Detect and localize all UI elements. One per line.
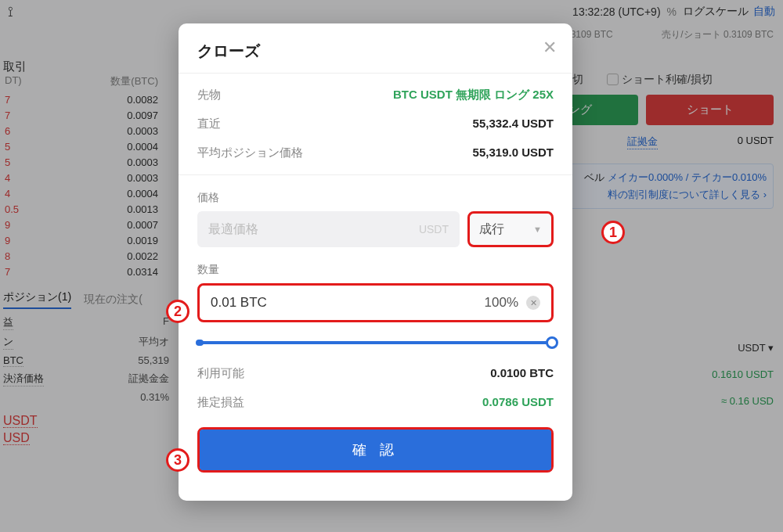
- recent-label: 直近: [197, 117, 221, 131]
- slider-handle[interactable]: [546, 336, 558, 349]
- price-placeholder: 最適価格: [208, 221, 258, 238]
- est-pnl-value: 0.0786 USDT: [482, 395, 554, 408]
- annotation-1: 1: [601, 221, 625, 244]
- available-value: 0.0100 BTC: [490, 366, 554, 379]
- close-icon[interactable]: ✕: [543, 38, 557, 58]
- est-pnl-label: 推定損益: [197, 395, 244, 410]
- avg-price-label: 平均ポジション価格: [197, 146, 303, 160]
- order-type-value: 成行: [479, 221, 504, 238]
- order-type-select[interactable]: 成行 ▼: [467, 211, 554, 247]
- quantity-input[interactable]: 0.01 BTC 100% ✕: [197, 283, 554, 322]
- available-label: 利用可能: [197, 366, 244, 381]
- annotation-2: 2: [166, 300, 189, 323]
- futures-value: BTC USDT 無期限 ロング 25X: [393, 88, 554, 102]
- price-input[interactable]: 最適価格 USDT: [197, 211, 460, 247]
- avg-price-value: 55,319.0 USDT: [473, 146, 554, 159]
- confirm-button[interactable]: 確 認: [200, 430, 551, 470]
- close-position-modal: クローズ ✕ 先物 BTC USDT 無期限 ロング 25X 直近 55,332…: [179, 23, 572, 501]
- price-section-label: 価格: [197, 191, 554, 205]
- clear-icon[interactable]: ✕: [526, 296, 540, 310]
- qty-value: 0.01 BTC: [211, 295, 267, 311]
- qty-percent: 100%: [485, 295, 518, 311]
- price-unit: USDT: [419, 223, 449, 235]
- modal-title: クローズ: [197, 41, 554, 62]
- quantity-slider[interactable]: [197, 336, 554, 349]
- qty-section-label: 数量: [197, 263, 554, 277]
- recent-value: 55,332.4 USDT: [473, 117, 554, 130]
- annotation-3: 3: [166, 448, 189, 472]
- futures-label: 先物: [197, 88, 221, 102]
- chevron-down-icon: ▼: [533, 225, 542, 234]
